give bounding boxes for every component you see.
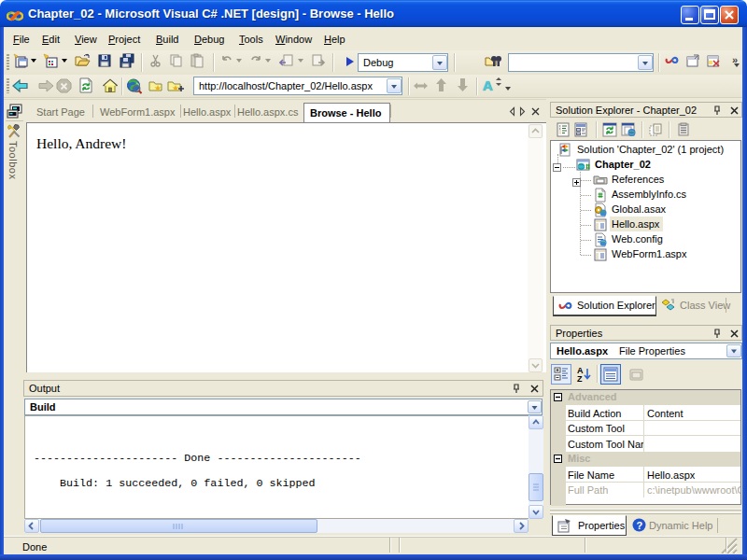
svg-text:Z: Z [577, 374, 583, 384]
svg-text:?: ? [637, 520, 643, 531]
